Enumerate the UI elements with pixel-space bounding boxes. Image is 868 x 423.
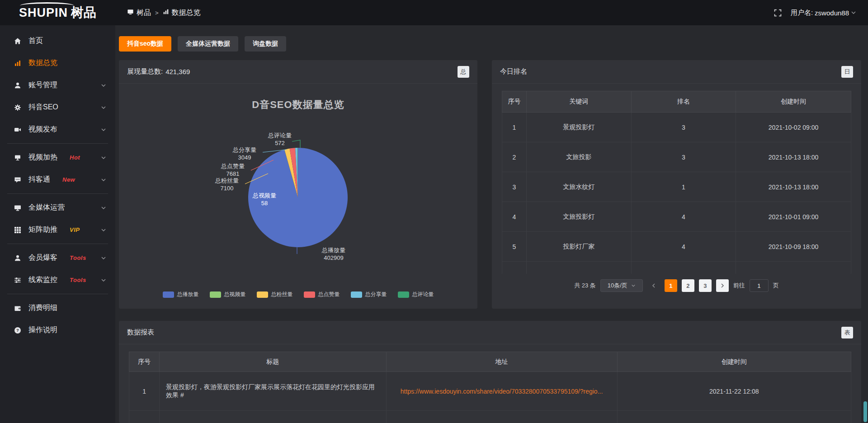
page-button-3[interactable]: 3 <box>699 279 712 292</box>
col-index: 序号 <box>129 352 160 372</box>
content: 抖音seo数据 全媒体运营数据 询盘数据 展现量总数: 421,369 总 D音… <box>115 25 868 423</box>
monitor-icon <box>14 204 22 212</box>
legend-swatch <box>351 291 362 298</box>
chevron-down-icon <box>101 155 106 160</box>
app-root: SHUPIN 树品 树品 > 数据总览 用户名: <box>0 0 868 423</box>
report-panel-header: 数据报表 表 <box>119 321 861 344</box>
user-icon <box>14 254 22 262</box>
panels-row: 展现量总数: 421,369 总 D音SEO数据量总览 <box>119 60 861 309</box>
sidebar-divider <box>7 193 108 194</box>
report-title: 数据报表 <box>127 328 154 337</box>
goto-page-input[interactable] <box>750 279 769 292</box>
legend-item-comments[interactable]: 总评论量 <box>398 291 434 298</box>
pie-label-videos: 总视频量 58 <box>246 192 283 207</box>
video-camera-icon <box>14 126 22 133</box>
sidebar-item-member-burst[interactable]: 会员爆客 Tools <box>0 247 115 269</box>
grid-icon <box>14 226 22 234</box>
sidebar-item-data-overview[interactable]: 数据总览 <box>0 52 115 74</box>
breadcrumb: 树品 > 数据总览 <box>127 8 201 18</box>
table-row[interactable]: 5投影灯厂家42021-10-09 18:00 <box>502 232 851 262</box>
tools-badge: Tools <box>70 254 86 261</box>
sidebar-item-home[interactable]: 首页 <box>0 30 115 52</box>
table-row[interactable]: 1 景观投影灯，夜游景观投影灯厂家展示展示落花灯在花园里的灯光投影应用效果 # … <box>129 372 851 411</box>
pie-label-comments: 总评论量 572 <box>262 132 298 147</box>
legend-item-shares[interactable]: 总分享量 <box>351 291 387 298</box>
col-index: 序号 <box>502 91 527 113</box>
sidebar-item-label: 首页 <box>28 36 43 46</box>
prev-page-button[interactable] <box>647 279 660 292</box>
legend-item-fans[interactable]: 总粉丝量 <box>257 291 293 298</box>
legend-swatch <box>210 291 221 298</box>
goto-suffix: 页 <box>773 282 779 290</box>
sidebar-item-label: 账号管理 <box>28 80 57 90</box>
ranking-title: 今日排名 <box>500 67 527 76</box>
sidebar-item-account[interactable]: 账号管理 <box>0 74 115 96</box>
breadcrumb-current[interactable]: 数据总览 <box>163 8 201 18</box>
sidebar-item-douyin-seo[interactable]: 抖音SEO <box>0 96 115 118</box>
col-created: 创建时间 <box>736 91 851 113</box>
breadcrumb-root-label: 树品 <box>137 8 151 18</box>
logo-text-cn: 树品 <box>71 4 96 21</box>
pagination: 共 23 条 10条/页 1 2 3 前往 <box>502 279 851 292</box>
pagination-total: 共 23 条 <box>574 282 596 290</box>
sidebar-divider <box>7 244 108 244</box>
sidebar-item-lead-monitor[interactable]: 线索监控 Tools <box>0 269 115 291</box>
chevron-down-icon <box>101 277 106 283</box>
new-badge: New <box>62 176 75 183</box>
legend-item-likes[interactable]: 总点赞量 <box>304 291 340 298</box>
topbar-right: 用户名: zswodun88 <box>774 9 856 17</box>
table-toggle-button[interactable]: 表 <box>841 327 853 338</box>
table-row[interactable]: 4文旅投影灯42021-10-01 09:00 <box>502 202 851 232</box>
table-header-row: 序号 关键词 排名 创建时间 <box>502 91 851 113</box>
sidebar-item-media-operation[interactable]: 全媒体运营 <box>0 197 115 219</box>
chevron-down-icon <box>851 10 856 15</box>
data-tabs: 抖音seo数据 全媒体运营数据 询盘数据 <box>119 36 861 52</box>
tab-douyin-seo-data[interactable]: 抖音seo数据 <box>119 36 171 52</box>
impressions-value: 421,369 <box>165 68 190 75</box>
day-toggle-button[interactable]: 日 <box>841 66 853 78</box>
tools-badge: Tools <box>70 277 86 283</box>
tab-media-operation-data[interactable]: 全媒体运营数据 <box>178 36 238 52</box>
sidebar-item-matrix-boost[interactable]: 矩阵助推 VIP <box>0 219 115 241</box>
logo-text-en: SHUPIN <box>19 7 68 19</box>
sidebar-item-label: 线索监控 <box>28 275 57 285</box>
sidebar-item-expense-detail[interactable]: 消费明细 <box>0 297 115 319</box>
legend-swatch <box>304 291 315 298</box>
topbar: SHUPIN 树品 树品 > 数据总览 用户名: <box>0 0 868 25</box>
table-row[interactable]: 1景观投影灯32021-10-02 09:00 <box>502 113 851 142</box>
svg-text:?: ? <box>16 328 19 333</box>
question-circle-icon: ? <box>14 327 22 334</box>
sliders-icon <box>14 277 22 284</box>
page-button-2[interactable]: 2 <box>682 279 694 292</box>
ranking-panel: 今日排名 日 序号 关键词 排名 <box>492 60 861 309</box>
legend-swatch <box>163 291 174 298</box>
table-row[interactable]: 3文旅水纹灯12021-10-13 18:00 <box>502 172 851 202</box>
sidebar-item-douketong[interactable]: 抖客通 New <box>0 169 115 191</box>
page-size-select[interactable]: 10条/页 <box>600 279 643 292</box>
breadcrumb-root[interactable]: 树品 <box>127 8 151 18</box>
ranking-table: 序号 关键词 排名 创建时间 1景观投影灯32021-10-02 09:00 <box>502 91 851 274</box>
scrollbar-thumb[interactable] <box>863 401 867 422</box>
fullscreen-icon[interactable] <box>774 9 782 17</box>
chart-panel-header: 展现量总数: 421,369 总 <box>119 60 477 84</box>
next-page-button[interactable] <box>716 279 729 292</box>
legend-item-videos[interactable]: 总视频量 <box>210 291 246 298</box>
sidebar-divider <box>7 143 108 144</box>
page-button-1[interactable]: 1 <box>665 279 677 292</box>
col-url: 地址 <box>386 352 617 372</box>
table-row[interactable]: 2文旅投影32021-10-13 18:00 <box>502 142 851 172</box>
table-header-row: 序号 标题 地址 创建时间 <box>129 352 851 372</box>
total-toggle-button[interactable]: 总 <box>458 66 469 78</box>
sidebar-item-video-publish[interactable]: 视频发布 <box>0 118 115 141</box>
report-table: 序号 标题 地址 创建时间 1 景观投影灯，夜游景观投影灯厂家展示展示落花灯在花… <box>129 352 851 423</box>
sidebar-item-help[interactable]: ? 操作说明 <box>0 319 115 341</box>
user-menu[interactable]: 用户名: zswodun88 <box>791 9 856 17</box>
tab-inquiry-data[interactable]: 询盘数据 <box>245 36 286 52</box>
home-icon <box>14 38 22 45</box>
pie-chart: D音SEO数据量总览 总评论量 572 <box>119 84 477 309</box>
legend-item-plays[interactable]: 总播放量 <box>163 291 199 298</box>
logo[interactable]: SHUPIN 树品 <box>0 4 115 21</box>
sidebar-item-label: 全媒体运营 <box>28 203 65 212</box>
video-url-link[interactable]: https://www.iesdouyin.com/share/video/70… <box>386 372 617 411</box>
sidebar-item-video-heat[interactable]: 视频加热 Hot <box>0 146 115 169</box>
